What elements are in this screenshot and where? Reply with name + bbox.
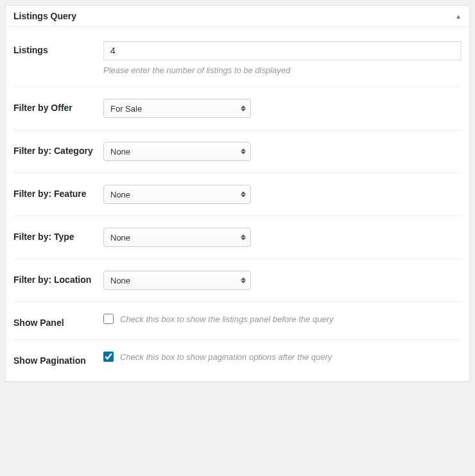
type-label: Filter by: Type xyxy=(13,228,103,242)
field-row-show-pagination: Show Pagination Check this box to show p… xyxy=(13,340,462,381)
location-select[interactable]: None xyxy=(103,271,251,290)
field-row-listings: Listings Please enter the number of list… xyxy=(13,35,462,87)
metabox-title: Listings Query xyxy=(13,11,76,21)
location-label: Filter by: Location xyxy=(13,271,103,285)
feature-control: None xyxy=(103,185,462,204)
type-control: None xyxy=(103,228,462,247)
show-pagination-help-text: Check this box to show pagination option… xyxy=(120,352,332,362)
show-pagination-label: Show Pagination xyxy=(13,352,103,366)
feature-label: Filter by: Feature xyxy=(13,185,103,199)
offer-label: Filter by Offer xyxy=(13,99,103,113)
offer-control: For Sale xyxy=(103,99,462,118)
category-control: None xyxy=(103,142,462,161)
listings-control: Please enter the number of listings to b… xyxy=(103,41,462,75)
field-row-feature: Filter by: Feature None xyxy=(13,173,462,216)
field-row-location: Filter by: Location None xyxy=(13,259,462,302)
listings-query-metabox: Listings Query ▲ Listings Please enter t… xyxy=(5,5,470,382)
offer-select[interactable]: For Sale xyxy=(103,99,251,118)
metabox-header: Listings Query ▲ xyxy=(6,6,469,27)
listings-label: Listings xyxy=(13,41,103,55)
field-row-type: Filter by: Type None xyxy=(13,216,462,259)
collapse-toggle-icon[interactable]: ▲ xyxy=(455,13,462,20)
type-select[interactable]: None xyxy=(103,228,251,247)
category-select[interactable]: None xyxy=(103,142,251,161)
feature-select[interactable]: None xyxy=(103,185,251,204)
show-panel-help-text: Check this box to show the listings pane… xyxy=(120,314,333,324)
listings-help-text: Please enter the number of listings to b… xyxy=(103,65,462,75)
listings-input[interactable] xyxy=(103,41,462,60)
metabox-body: Listings Please enter the number of list… xyxy=(6,27,469,381)
field-row-category: Filter by: Category None xyxy=(13,130,462,173)
show-panel-label: Show Panel xyxy=(13,314,103,328)
category-label: Filter by: Category xyxy=(13,142,103,156)
show-panel-checkbox[interactable] xyxy=(103,314,114,324)
field-row-show-panel: Show Panel Check this box to show the li… xyxy=(13,302,462,340)
show-panel-control: Check this box to show the listings pane… xyxy=(103,314,462,324)
show-pagination-checkbox[interactable] xyxy=(103,352,114,362)
field-row-offer: Filter by Offer For Sale xyxy=(13,87,462,130)
show-pagination-control: Check this box to show pagination option… xyxy=(103,352,462,362)
location-control: None xyxy=(103,271,462,290)
